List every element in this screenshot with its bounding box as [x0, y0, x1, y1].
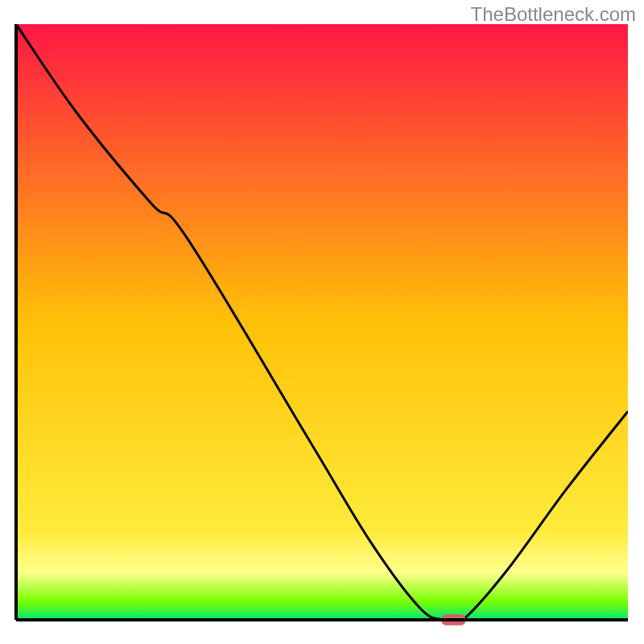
watermark-text: TheBottleneck.com [471, 3, 636, 26]
bottleneck-chart [0, 0, 644, 644]
